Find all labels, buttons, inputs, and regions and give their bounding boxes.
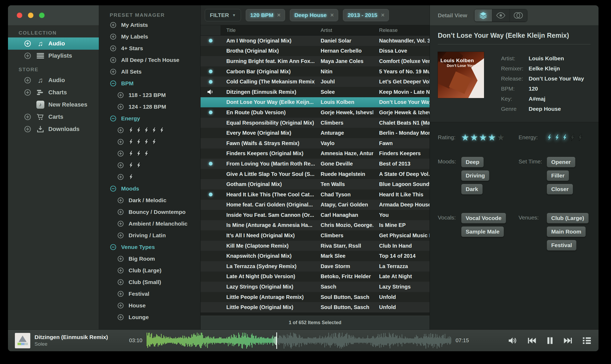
track-row[interactable]: Burning Bright feat. Kim Ann Fox...Maya … <box>201 56 430 66</box>
close-window-button[interactable] <box>17 12 22 18</box>
plus-circle-icon[interactable] <box>117 162 124 169</box>
track-row[interactable]: Finders Keepers (Original Mix)Amnesia Ha… <box>201 149 430 159</box>
track-row[interactable]: Every Move (Original Mix)AnturageBerlin … <box>201 128 430 138</box>
venues-tag[interactable]: Main Room <box>547 226 586 237</box>
vocals-tag[interactable]: Sample Male <box>461 226 504 237</box>
plus-circle-icon[interactable] <box>117 232 124 239</box>
preset-item-my-labels[interactable]: My Labels <box>99 31 200 43</box>
preset-item-4-stars[interactable]: 4+ Stars <box>99 43 200 54</box>
track-row[interactable]: Kill Me (Claptone Remix)Riva Starr, Rssl… <box>201 241 430 251</box>
plus-circle-icon[interactable] <box>117 150 124 157</box>
column-header-title[interactable]: Title <box>220 25 315 35</box>
preset-item-124-128-bpm[interactable]: 124 - 128 BPM <box>99 101 200 113</box>
plus-circle-icon[interactable] <box>117 209 124 215</box>
remove-filter-icon[interactable]: × <box>381 12 385 19</box>
plus-circle-icon[interactable] <box>117 290 124 297</box>
filter-tag[interactable]: 2013 - 2015× <box>343 9 389 21</box>
remove-filter-icon[interactable]: × <box>277 12 281 19</box>
view-mode-eye-icon[interactable] <box>492 9 510 22</box>
filter-tag[interactable]: Deep House× <box>290 9 338 21</box>
venues-tag[interactable]: Club (Large) <box>547 213 589 223</box>
preset-item-dark-melodic[interactable]: Dark / Melodic <box>99 194 200 206</box>
plus-circle-icon[interactable] <box>110 45 117 52</box>
plus-circle-icon[interactable] <box>110 57 117 64</box>
track-row[interactable]: Cold Calling (The Mekanism Remix)JouhlLe… <box>201 77 430 87</box>
plus-circle-icon[interactable] <box>117 103 124 110</box>
sidebar-item-new-releases[interactable]: ♪New Releases <box>8 99 99 111</box>
plus-circle-icon[interactable] <box>110 22 117 28</box>
track-row[interactable]: Little People (Anturage Remix)Soul Butto… <box>201 292 430 302</box>
plus-circle-icon[interactable] <box>24 113 31 121</box>
preset-item-all-sets[interactable]: All Sets <box>99 66 200 78</box>
minus-circle-icon[interactable] <box>110 80 117 87</box>
set-time-tag[interactable]: Opener <box>547 157 575 167</box>
plus-circle-icon[interactable] <box>110 68 117 75</box>
plus-circle-icon[interactable] <box>24 52 31 60</box>
volume-icon[interactable] <box>508 336 518 345</box>
star-icon[interactable]: ★ <box>461 132 470 142</box>
track-row[interactable]: Is Mine (Anturage & Amnesia Ha...Chris M… <box>201 220 430 231</box>
moods-tag[interactable]: Dark <box>461 184 483 194</box>
bolt-icon[interactable] <box>578 134 583 141</box>
plus-circle-icon[interactable] <box>117 302 124 309</box>
preset-item-energy-3[interactable] <box>99 148 200 159</box>
vocals-tag[interactable]: Vocal Vocode <box>461 213 506 223</box>
track-row[interactable]: Heard It Like This (Thee Cool Cat...Chad… <box>201 189 430 200</box>
column-header-release[interactable]: Release <box>373 25 430 35</box>
bolt-icon[interactable] <box>562 134 567 141</box>
preset-item-energy-1[interactable] <box>99 171 200 183</box>
waveform-seekbar[interactable] <box>147 332 451 349</box>
remove-filter-icon[interactable]: × <box>330 12 334 19</box>
preset-item-energy-5[interactable] <box>99 124 200 136</box>
plus-circle-icon[interactable] <box>117 127 124 134</box>
preset-item-ambient-melancholic[interactable]: Ambient / Melancholic <box>99 218 200 230</box>
venues-tag[interactable]: Festival <box>547 240 576 251</box>
plus-circle-icon[interactable] <box>24 77 31 84</box>
track-row[interactable]: En Route (Dub Version)Gorje Hewek, Ishev… <box>201 107 430 118</box>
preset-item-energy[interactable]: Energy <box>99 113 200 124</box>
preset-item-my-artists[interactable]: My Artists <box>99 19 200 31</box>
set-time-tag[interactable]: Closer <box>547 184 573 194</box>
preset-item-house[interactable]: House <box>99 300 200 311</box>
track-row[interactable]: Am I Wrong (Original Mix)Daniel SolarNac… <box>201 36 430 46</box>
bolt-icon[interactable] <box>570 134 575 141</box>
sidebar-item-audio[interactable]: ♫Audio <box>8 37 99 50</box>
column-header-artist[interactable]: Artist <box>315 25 373 35</box>
plus-circle-icon[interactable] <box>24 89 31 96</box>
minus-circle-icon[interactable] <box>110 185 117 192</box>
preset-item-energy-4[interactable] <box>99 136 200 148</box>
plus-circle-icon[interactable] <box>110 33 117 40</box>
moods-tag[interactable]: Deep <box>461 157 484 167</box>
plus-circle-icon[interactable] <box>24 125 31 133</box>
plus-circle-icon[interactable] <box>117 197 124 204</box>
track-row[interactable]: Fawn (Waifs & Strays Remix)VayloFawn <box>201 138 430 149</box>
plus-circle-icon[interactable] <box>117 92 124 99</box>
plus-circle-icon[interactable] <box>24 40 31 47</box>
plus-circle-icon[interactable] <box>117 314 124 321</box>
track-row[interactable]: Equal Responsibility (Original Mix)Climb… <box>201 118 430 128</box>
preset-item-driving-latin[interactable]: Driving / Latin <box>99 230 200 241</box>
preset-item-venue-types[interactable]: Venue Types <box>99 241 200 253</box>
star-icon[interactable]: ★ <box>479 132 488 142</box>
track-row[interactable]: Little People (Original Mix)Soul Button,… <box>201 302 430 312</box>
star-icon[interactable]: ★ <box>488 132 497 142</box>
zoom-window-button[interactable] <box>39 12 45 18</box>
track-row[interactable]: Lazy Strings (Original Mix)SaschLazy Str… <box>201 282 430 292</box>
sidebar-item-audio[interactable]: ♫Audio <box>8 74 99 86</box>
preset-item-lounge[interactable]: Lounge <box>99 311 200 323</box>
track-row[interactable]: Carbon Bar (Original Mix)Nitin5 Years of… <box>201 66 430 77</box>
sidebar-item-downloads[interactable]: Downloads <box>8 123 99 135</box>
track-row[interactable]: Ditzingen (Einmusik Remix)SoleeKeep Movi… <box>201 87 430 97</box>
track-row[interactable]: La Terrazza (Sydney Remix)Dave StormLa T… <box>201 261 430 272</box>
previous-track-icon[interactable] <box>527 337 537 344</box>
plus-circle-icon[interactable] <box>117 267 124 274</box>
track-row[interactable]: Give A Little Slap To Your Soul (S...Rue… <box>201 169 430 179</box>
plus-circle-icon[interactable] <box>117 255 124 262</box>
preset-item-club-small-[interactable]: Club (Small) <box>99 276 200 288</box>
track-row[interactable]: Dont Lose Your Way (Eelke Keijn...Louis … <box>201 97 430 108</box>
preset-item-all-deep-tech-house[interactable]: All Deep / Tech House <box>99 54 200 66</box>
plus-circle-icon[interactable] <box>117 279 124 286</box>
plus-circle-icon[interactable] <box>117 173 124 180</box>
filter-button[interactable]: FILTER ▼ <box>205 9 241 21</box>
plus-circle-icon[interactable] <box>117 138 124 145</box>
